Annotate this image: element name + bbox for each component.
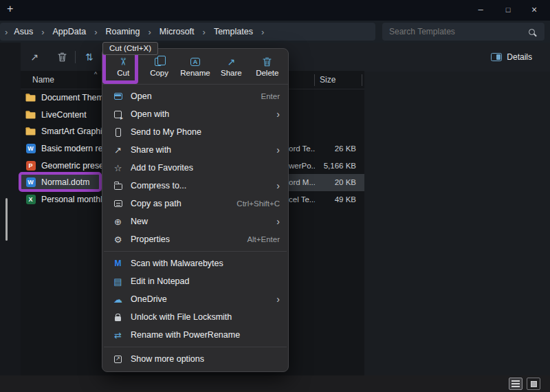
powerrename-icon: ⇄ — [112, 330, 124, 340]
copy-button[interactable]: Copy — [142, 51, 177, 83]
menu-item-open[interactable]: Open Enter — [102, 87, 288, 105]
maximize-button[interactable]: □ — [496, 1, 520, 18]
file-size: 49 KB — [302, 195, 356, 204]
column-header-size[interactable]: Size — [320, 75, 336, 85]
cut-button[interactable]: ✂ Cut — [106, 51, 140, 83]
menu-item-label: Send to My Phone — [131, 127, 280, 137]
menu-item-unlock-with-file-locksmith[interactable]: Unlock with File Locksmith — [102, 308, 288, 326]
menu-item-send-to-my-phone[interactable]: Send to My Phone — [102, 123, 288, 141]
menu-item-shortcut: Alt+Enter — [247, 235, 280, 243]
delete-toolbar-button[interactable] — [53, 49, 71, 65]
powerpoint-file-icon: P — [25, 161, 36, 171]
menu-item-compress-to[interactable]: Compress to... › — [102, 177, 288, 195]
submenu-chevron-icon: › — [276, 216, 280, 227]
menu-item-new[interactable]: ⊕ New › — [102, 213, 288, 230]
rename-label: Rename — [180, 69, 210, 77]
sort-toolbar-button[interactable]: ⇅ — [80, 49, 98, 65]
menu-item-label: Open with — [131, 109, 271, 119]
breadcrumb[interactable]: › Asus › AppData › Roaming › Microsoft ›… — [0, 23, 375, 41]
show-more-options-icon — [112, 356, 124, 363]
share-toolbar-button[interactable]: ↗ — [25, 49, 43, 65]
breadcrumb-item-appdata[interactable]: AppData — [50, 25, 89, 38]
title-bar: + – □ × — [0, 0, 550, 21]
details-button-label: Details — [507, 52, 532, 62]
file-name: SmartArt Graphics — [41, 127, 103, 136]
file-badge: W — [26, 144, 36, 153]
notepad-icon: ▤ — [112, 276, 124, 287]
icons-view-toggle[interactable] — [527, 378, 540, 390]
delete-label: Delete — [256, 69, 278, 77]
file-size: 5,166 KB — [302, 162, 356, 170]
file-name: Document Themes — [41, 93, 103, 102]
menu-item-add-to-favorites[interactable]: ☆ Add to Favorites — [102, 159, 288, 177]
context-menu-items: Open Enter Open with › Send to My Phone … — [102, 85, 288, 368]
menu-item-open-with[interactable]: Open with › — [102, 105, 288, 123]
details-view-toggle[interactable] — [509, 378, 522, 390]
breadcrumb-item-templates[interactable]: Templates — [211, 25, 256, 38]
open-with-icon — [112, 111, 124, 118]
menu-item-label: Rename with PowerRename — [131, 330, 280, 340]
address-bar: › Asus › AppData › Roaming › Microsoft ›… — [0, 21, 550, 43]
file-explorer-window: + – □ × › Asus › AppData › Roaming › Mic… — [0, 0, 550, 392]
menu-item-label: Show more options — [131, 354, 280, 364]
menu-item-show-more-options[interactable]: Show more options — [102, 350, 288, 368]
share-icon: ↗ — [30, 52, 38, 63]
details-button[interactable]: Details — [485, 48, 538, 66]
copy-as-path-icon — [112, 200, 124, 207]
toolbar-divider — [75, 51, 76, 63]
menu-item-share-with[interactable]: ↗ Share with › — [102, 141, 288, 159]
search-box[interactable] — [382, 23, 544, 41]
menu-item-rename-with-powerrename[interactable]: ⇄ Rename with PowerRename — [102, 326, 288, 344]
breadcrumb-item-asus[interactable]: Asus — [11, 25, 36, 38]
menu-item-label: Copy as path — [131, 199, 236, 208]
column-header-name[interactable]: Name — [21, 75, 54, 85]
rename-button[interactable]: A Rename — [178, 51, 212, 83]
sort-ascending-icon: ^ — [94, 71, 97, 78]
trash-icon — [263, 57, 272, 67]
copy-icon — [155, 58, 162, 66]
details-view-icon — [512, 380, 520, 387]
trash-icon — [58, 52, 67, 62]
menu-item-label: Add to Favorites — [131, 163, 280, 173]
breadcrumb-item-roaming[interactable]: Roaming — [102, 25, 142, 38]
breadcrumb-item-microsoft[interactable]: Microsoft — [157, 25, 197, 38]
menu-item-copy-as-path[interactable]: Copy as path Ctrl+Shift+C — [102, 195, 288, 213]
menu-item-scan-with-malwarebytes[interactable]: M Scan with Malwarebytes — [102, 254, 288, 272]
copy-label: Copy — [150, 69, 168, 77]
menu-item-label: OneDrive — [131, 294, 271, 304]
menu-item-properties[interactable]: ⚙ Properties Alt+Enter — [102, 230, 288, 248]
close-button[interactable]: × — [522, 1, 546, 18]
context-menu: ✂ Cut Copy A Rename ↗ Share Delete — [102, 48, 289, 372]
menu-item-edit-in-notepad[interactable]: ▤ Edit in Notepad — [102, 272, 288, 290]
column-divider — [314, 74, 315, 86]
new-tab-button[interactable]: + — [7, 3, 13, 15]
folder-icon — [25, 93, 36, 102]
folder-icon — [25, 110, 36, 120]
share-label: Share — [221, 69, 242, 77]
file-name: LiveContent — [41, 110, 103, 120]
menu-item-label: Open — [131, 91, 261, 101]
menu-item-onedrive[interactable]: ☁ OneDrive › — [102, 290, 288, 308]
submenu-chevron-icon: › — [276, 144, 280, 155]
share-button[interactable]: ↗ Share — [214, 51, 248, 83]
search-icon — [529, 29, 535, 35]
search-input[interactable] — [382, 27, 529, 36]
menu-item-label: Unlock with File Locksmith — [131, 312, 280, 322]
unlock-padlock-icon — [112, 313, 124, 321]
nav-scrollbar[interactable] — [6, 198, 8, 241]
minimize-button[interactable]: – — [469, 1, 492, 18]
menu-item-label: Edit in Notepad — [131, 276, 280, 286]
menu-item-shortcut: Enter — [261, 92, 280, 100]
malwarebytes-icon: M — [112, 259, 124, 268]
chevron-right-icon: › — [1, 27, 11, 37]
file-size: 20 KB — [302, 178, 356, 186]
share-with-icon: ↗ — [112, 145, 124, 155]
chevron-right-icon: › — [197, 27, 211, 37]
file-name: Geometric presentation — [41, 161, 103, 171]
chevron-right-icon: › — [89, 27, 102, 37]
icons-view-icon — [531, 381, 537, 387]
column-divider — [362, 74, 362, 86]
share-icon: ↗ — [227, 56, 235, 67]
menu-separator — [104, 347, 287, 347]
delete-button[interactable]: Delete — [250, 51, 285, 83]
